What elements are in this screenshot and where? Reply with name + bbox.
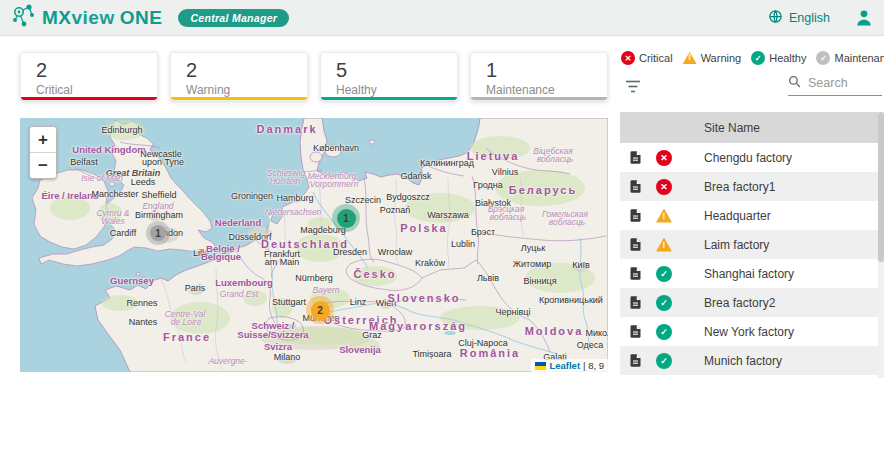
- scrollbar-thumb[interactable]: [878, 112, 884, 262]
- site-name: New York factory: [704, 325, 794, 339]
- healthy-icon: [656, 295, 672, 311]
- document-icon[interactable]: [628, 236, 643, 253]
- user-icon[interactable]: [854, 8, 874, 28]
- brand-logo-icon: [10, 2, 36, 34]
- legend-maintenance-label: Maintenance: [834, 52, 884, 64]
- site-table: Site Name Chengdu factoryBrea factory1He…: [620, 112, 878, 375]
- legend-critical: Critical: [621, 51, 673, 65]
- cluster-marker-healthy[interactable]: 1: [332, 204, 360, 232]
- site-name: Laim factory: [704, 238, 769, 252]
- document-icon[interactable]: [628, 207, 643, 224]
- document-icon[interactable]: [628, 294, 643, 311]
- healthy-bar: [321, 97, 457, 100]
- column-site-name: Site Name: [704, 121, 760, 135]
- warning-icon: [656, 209, 672, 223]
- filter-icon: [625, 80, 641, 93]
- maintenance-bar: [471, 97, 607, 100]
- critical-count: 2: [36, 60, 157, 80]
- document-icon[interactable]: [628, 265, 643, 282]
- site-name: Munich factory: [704, 354, 782, 368]
- table-row[interactable]: Laim factory: [620, 230, 878, 259]
- search-icon: [788, 74, 801, 92]
- table-row[interactable]: New York factory: [620, 317, 878, 346]
- critical-label: Critical: [36, 83, 157, 97]
- cluster-marker-maintenance[interactable]: 1: [146, 221, 170, 245]
- healthy-icon: [656, 266, 672, 282]
- map-attribution: Leaflet | 8, 9: [531, 359, 608, 372]
- site-name: Brea factory1: [704, 180, 775, 194]
- site-table-body: Chengdu factoryBrea factory1HeadquarterL…: [620, 143, 878, 375]
- legend-maintenance: Maintenance: [816, 51, 884, 65]
- map-zoom-control: + −: [29, 126, 57, 179]
- table-row[interactable]: Shanghai factory: [620, 259, 878, 288]
- summary-card-critical[interactable]: 2 Critical: [20, 52, 158, 101]
- summary-card-healthy[interactable]: 5 Healthy: [320, 52, 458, 101]
- app-title: MXviewONE: [42, 8, 162, 27]
- critical-icon: [656, 150, 672, 166]
- maintenance-label: Maintenance: [486, 83, 607, 97]
- healthy-label: Healthy: [336, 83, 457, 97]
- document-icon[interactable]: [628, 323, 643, 340]
- table-row[interactable]: Munich factory: [620, 346, 878, 375]
- map-clusters: 112: [20, 118, 608, 372]
- maintenance-icon: [816, 51, 830, 65]
- table-row[interactable]: Chengdu factory: [620, 143, 878, 172]
- filter-button[interactable]: [625, 79, 641, 97]
- legend-warning: Warning: [683, 52, 742, 64]
- healthy-icon: [656, 324, 672, 340]
- maintenance-count: 1: [486, 60, 607, 80]
- table-row[interactable]: Headquarter: [620, 201, 878, 230]
- zoom-in-button[interactable]: +: [30, 127, 56, 152]
- search-input[interactable]: [806, 75, 882, 91]
- ukraine-flag-icon: [535, 362, 546, 370]
- legend-healthy-label: Healthy: [769, 52, 806, 64]
- critical-bar: [21, 97, 157, 100]
- document-icon[interactable]: [628, 352, 643, 369]
- document-icon[interactable]: [628, 149, 643, 166]
- warning-icon: [656, 238, 672, 252]
- healthy-count: 5: [336, 60, 457, 80]
- warning-bar: [171, 97, 307, 100]
- zoom-out-button[interactable]: −: [30, 152, 56, 178]
- site-name: Headquarter: [704, 209, 771, 223]
- critical-icon: [621, 51, 635, 65]
- warning-count: 2: [186, 60, 307, 80]
- warning-icon: [683, 52, 697, 64]
- summary-cards: 2 Critical 2 Warning 5 Healthy 1 Mainten…: [20, 52, 608, 101]
- attribution-zoom-coords: | 8, 9: [583, 360, 604, 371]
- cluster-marker-warning[interactable]: 2: [306, 296, 334, 324]
- healthy-icon: [751, 51, 765, 65]
- status-legend: Critical Warning Healthy Maintenance: [621, 51, 884, 65]
- site-name: Shanghai factory: [704, 267, 794, 281]
- language-selector[interactable]: English: [789, 11, 830, 25]
- legend-healthy: Healthy: [751, 51, 806, 65]
- list-scrollbar[interactable]: [878, 112, 884, 378]
- warning-label: Warning: [186, 83, 307, 97]
- summary-card-maintenance[interactable]: 1 Maintenance: [470, 52, 608, 101]
- table-row[interactable]: Brea factory2: [620, 288, 878, 317]
- legend-critical-label: Critical: [639, 52, 673, 64]
- legend-warning-label: Warning: [701, 52, 742, 64]
- brand: MXviewONE Central Manager: [10, 2, 289, 34]
- summary-card-warning[interactable]: 2 Warning: [170, 52, 308, 101]
- central-manager-badge: Central Manager: [178, 9, 289, 27]
- site-name: Brea factory2: [704, 296, 775, 310]
- search-box: [788, 74, 882, 96]
- site-table-header: Site Name: [620, 112, 878, 143]
- table-row[interactable]: Brea factory1: [620, 172, 878, 201]
- document-icon[interactable]: [628, 178, 643, 195]
- critical-icon: [656, 179, 672, 195]
- leaflet-link[interactable]: Leaflet: [549, 360, 580, 371]
- globe-icon: [768, 9, 783, 27]
- sites-map[interactable]: EdinburghUnited KingdomNewcastleupon Tyn…: [20, 118, 608, 372]
- healthy-icon: [656, 353, 672, 369]
- app-header: MXviewONE Central Manager English: [0, 0, 884, 36]
- site-name: Chengdu factory: [704, 151, 792, 165]
